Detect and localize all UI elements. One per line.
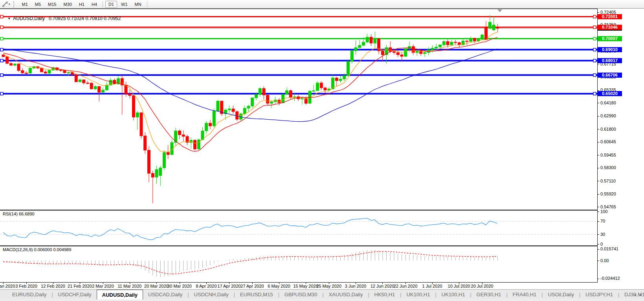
timeframe-button-H4[interactable]: H4	[88, 1, 100, 8]
price-tick-label: 0.59455	[600, 153, 616, 158]
candle-body	[83, 80, 85, 83]
tab-HK50,H1[interactable]: HK50,H1	[369, 290, 400, 299]
price-tick-label: 0.00	[600, 258, 609, 263]
level-anchor[interactable]	[593, 26, 596, 29]
candle-body	[209, 123, 212, 126]
timeframe-button-M15[interactable]: M15	[45, 1, 59, 8]
candle-body	[144, 136, 147, 150]
tab-GBPUSD,M30[interactable]: GBPUSD,M30	[279, 290, 323, 299]
candle-body	[396, 53, 399, 55]
level-anchor[interactable]	[0, 59, 3, 62]
level-anchor[interactable]	[0, 92, 3, 95]
price-tick-label: 0.58300	[600, 165, 616, 170]
toolbar: ▾ M1M5M15M30H1H4D1W1MN	[0, 0, 644, 9]
chart-canvas[interactable]	[0, 9, 598, 283]
candle-body	[102, 90, 105, 92]
toolbar-grip[interactable]	[13, 1, 15, 7]
level-anchor[interactable]	[0, 37, 3, 40]
level-anchor[interactable]	[0, 48, 3, 51]
candle-body	[339, 79, 342, 80]
candle-body	[488, 22, 491, 28]
rsi-label: RSI(14) 66.6890	[3, 212, 35, 216]
timeframe-button-M30[interactable]: M30	[60, 1, 75, 8]
candle-body	[10, 64, 13, 65]
timeframe-button-W1[interactable]: W1	[118, 1, 131, 8]
tab-GER30,H1[interactable]: GER30,H1	[472, 290, 506, 299]
tab-scroll-right-icon[interactable]: ▸	[640, 293, 642, 297]
level-anchor[interactable]	[593, 15, 596, 18]
candle-body	[148, 150, 150, 173]
candle-body	[25, 73, 28, 74]
tab-USDCHF,Daily[interactable]: USDCHF,Daily	[53, 290, 97, 299]
candle-body	[454, 42, 457, 43]
candle-body	[167, 152, 169, 155]
candle-body	[13, 64, 16, 65]
candle-body	[450, 42, 453, 45]
candle-body	[312, 91, 315, 91]
level-anchor[interactable]	[593, 74, 596, 77]
tab-scroll-left-icon[interactable]: ◂	[634, 293, 636, 297]
candle-body	[213, 111, 215, 126]
tab-USDCAD,Daily[interactable]: USDCAD,Daily	[143, 290, 187, 299]
price-tick-label: -0.024412	[600, 276, 620, 281]
axis-tick	[598, 212, 599, 212]
candle-body	[44, 72, 47, 73]
candle-body	[136, 113, 139, 117]
level-anchor[interactable]	[593, 37, 596, 40]
candle-body	[492, 25, 495, 30]
price-level-badge[interactable]: 0.66706	[598, 73, 622, 78]
candle-body	[67, 73, 70, 73]
level-anchor[interactable]	[593, 92, 596, 95]
tab-USOil,Daily[interactable]: USOil,Daily	[543, 290, 579, 299]
candle-body	[439, 45, 442, 47]
tab-EURUSD,Daily[interactable]: EURUSD,Daily	[7, 290, 51, 299]
level-anchor[interactable]	[0, 74, 3, 77]
candle-body	[316, 83, 319, 91]
price-level-badge[interactable]: 0.69010	[598, 47, 622, 52]
level-anchor[interactable]	[593, 48, 596, 51]
symbol-dropdown-icon[interactable]: ▼	[7, 17, 11, 20]
timeframe-button-group: M1M5M15M30H1H4D1W1MN	[18, 1, 149, 8]
price-level-badge[interactable]: 0.70007	[598, 36, 622, 41]
tab-FRA40,H1[interactable]: FRA40,H1	[508, 290, 542, 299]
price-level-badge[interactable]: 0.72001	[598, 14, 622, 19]
price-level-badge[interactable]: 0.71046	[598, 25, 622, 30]
candle-body	[374, 39, 376, 43]
tab-XAUUSD,Daily[interactable]: XAUUSD,Daily	[324, 290, 368, 299]
candle-body	[90, 83, 93, 89]
candle-body	[21, 71, 24, 73]
tab-USDCNH,Daily[interactable]: USDCNH,Daily	[189, 290, 234, 299]
toolbar-caret-icon[interactable]: ▾	[9, 3, 10, 6]
candle-body	[343, 76, 346, 79]
date-axis[interactable]: 24 Jan 20203 Feb 202012 Feb 202021 Feb 2…	[0, 283, 644, 289]
chart-cursor-icon[interactable]	[2, 1, 9, 7]
candle-body	[186, 137, 189, 142]
level-anchor[interactable]	[593, 59, 596, 62]
candle-body	[259, 88, 261, 94]
timeframe-button-M1[interactable]: M1	[19, 1, 31, 8]
tab-UK100,H1[interactable]: UK100,H1	[437, 290, 470, 299]
timeframe-button-M5[interactable]: M5	[32, 1, 44, 8]
chart-title: ▼AUDUSD,Daily0.70925 0.71024 0.70810 0.7…	[2, 10, 121, 27]
candle-body	[75, 75, 77, 82]
axis-tick	[598, 168, 599, 168]
timeframe-button-H1[interactable]: H1	[76, 1, 88, 8]
tab-AUDUSD,Daily[interactable]: AUDUSD,Daily	[97, 290, 143, 299]
tab-EURUSD,M15[interactable]: EURUSD,M15	[235, 290, 278, 299]
axis-tick	[598, 221, 599, 222]
price-axis[interactable]: 0.724050.712500.700600.688700.677150.665…	[598, 9, 644, 283]
axis-tick	[598, 155, 599, 155]
price-level-badge[interactable]: 0.65020	[598, 91, 622, 96]
tab-UK100,H1[interactable]: UK100,H1	[401, 290, 435, 299]
timeframe-button-MN[interactable]: MN	[132, 1, 145, 8]
price-level-badge[interactable]: 0.68017	[598, 58, 622, 63]
timeframe-button-D1[interactable]: D1	[105, 1, 117, 8]
candle-body	[79, 80, 81, 82]
candle-body	[217, 101, 219, 111]
candle-body	[251, 98, 254, 106]
candle-body	[320, 83, 323, 88]
tab-USDJPY,H1[interactable]: USDJPY,H1	[580, 290, 618, 299]
axis-tick	[598, 279, 599, 279]
price-tick-label: 100	[600, 209, 607, 214]
candle-body	[286, 91, 288, 95]
